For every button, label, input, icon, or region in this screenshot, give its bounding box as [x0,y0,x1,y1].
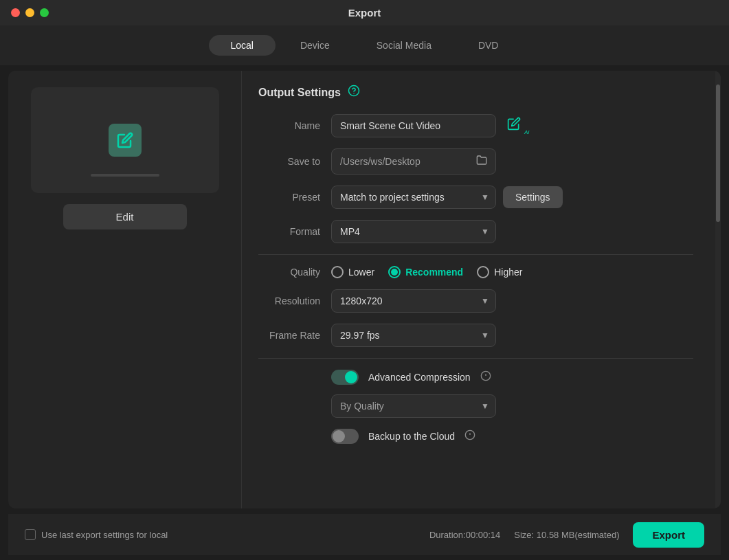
advanced-compression-row: Advanced Compression [331,370,693,385]
quality-row: Quality Lower Recommend [258,266,693,278]
name-input[interactable] [331,114,496,137]
save-to-path-box[interactable]: /Users/ws/Desktop [331,148,496,175]
frame-rate-label: Frame Rate [258,330,320,341]
advanced-compression-toggle[interactable] [331,370,359,385]
quality-lower[interactable]: Lower [331,266,374,278]
backup-cloud-label: Backup to the Cloud [368,431,455,442]
quality-lower-label: Lower [348,267,374,278]
export-button[interactable]: Export [633,522,704,548]
preset-select[interactable]: Match to project settings [331,186,496,209]
quality-recommend[interactable]: Recommend [388,266,463,278]
title-bar: Export [0,0,729,25]
quality-lower-radio [331,266,344,278]
resolution-select[interactable]: 1280x720 1920x1080 720x480 [331,289,496,313]
backup-cloud-knob [333,430,345,443]
quality-higher[interactable]: Higher [477,266,522,278]
tab-social-media[interactable]: Social Media [355,35,453,56]
preview-box [31,87,219,193]
format-select[interactable]: MP4 [331,220,496,243]
close-button[interactable] [11,8,20,17]
quality-label: Quality [258,267,320,278]
backup-cloud-row: Backup to the Cloud [331,429,693,444]
divider-1 [258,254,693,255]
size-text: Size: 10.58 MB(estimated) [514,530,619,540]
backup-cloud-info-icon[interactable] [464,429,475,443]
by-quality-select[interactable]: By Quality By Bitrate [331,394,496,418]
quality-recommend-dot [391,269,398,276]
tab-device[interactable]: Device [278,35,352,56]
backup-cloud-toggle[interactable] [331,429,359,444]
minimize-button[interactable] [25,8,34,17]
folder-icon [476,155,487,168]
right-panel: Output Settings Name [242,71,715,508]
save-to-row: Save to /Users/ws/Desktop [258,148,693,175]
resolution-row: Resolution 1280x720 1920x1080 720x480 ▼ [258,289,693,313]
tab-local[interactable]: Local [209,35,276,56]
scrollbar-thumb[interactable] [716,85,720,222]
tab-bar: Local Device Social Media DVD [0,25,729,65]
use-last-settings-checkbox[interactable]: Use last export settings for local [25,529,168,540]
resolution-label: Resolution [258,295,320,306]
compression-dropdown: By Quality By Bitrate ▼ [331,394,693,418]
name-row: Name AI [258,114,693,137]
frame-rate-row: Frame Rate 29.97 fps 24 fps 30 fps 60 fp… [258,324,693,347]
save-to-value: /Users/ws/Desktop [340,156,420,167]
advanced-compression-info-icon[interactable] [480,370,491,384]
divider-2 [258,358,693,359]
quality-radio-group: Lower Recommend Higher [331,266,693,278]
traffic-lights [11,8,49,17]
quality-higher-radio [477,266,489,278]
advanced-compression-label: Advanced Compression [368,372,471,383]
preview-line [91,174,159,177]
settings-button[interactable]: Settings [503,186,563,208]
save-to-label: Save to [258,156,320,167]
advanced-compression-knob [345,371,357,383]
help-icon[interactable] [348,85,360,100]
maximize-button[interactable] [40,8,49,17]
edit-button[interactable]: Edit [63,204,187,229]
section-header: Output Settings [258,85,693,100]
checkbox-icon [25,529,36,540]
ai-edit-icon[interactable]: AI [507,117,530,135]
duration-text: Duration:00:00:14 [429,530,500,540]
frame-rate-select[interactable]: 29.97 fps 24 fps 30 fps 60 fps [331,324,496,347]
preset-row: Preset Match to project settings ▼ Setti… [258,186,693,209]
checkbox-label: Use last export settings for local [41,530,168,540]
format-row: Format MP4 ▼ [258,220,693,243]
quality-recommend-radio [388,266,401,278]
preview-icon [109,124,142,157]
preset-label: Preset [258,192,320,203]
output-settings-title: Output Settings [258,87,341,99]
format-label: Format [258,226,320,237]
left-panel: Edit [8,71,242,508]
quality-recommend-label: Recommend [405,267,463,278]
bottom-bar: Use last export settings for local Durat… [8,514,721,555]
scrollbar-track [715,71,721,508]
tab-dvd[interactable]: DVD [456,35,521,56]
window-title: Export [348,7,381,19]
name-label: Name [258,120,320,131]
quality-higher-label: Higher [494,267,522,278]
